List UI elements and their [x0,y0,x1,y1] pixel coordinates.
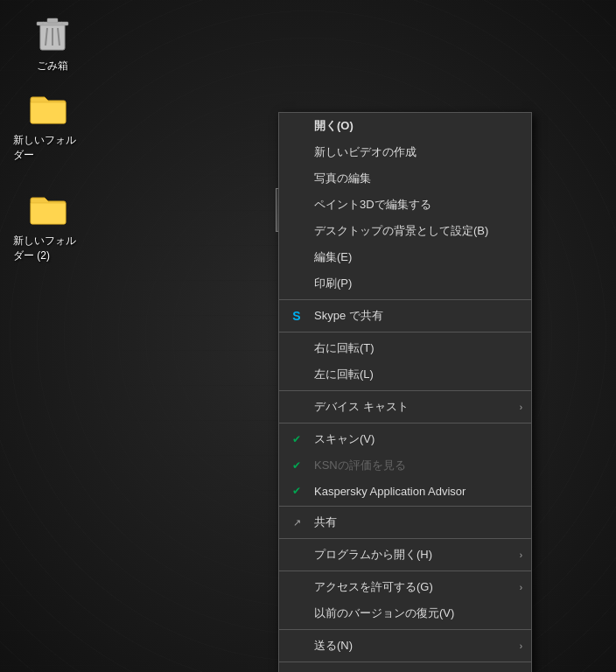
recycle-bin-icon[interactable]: ごみ箱 [18,13,88,74]
menu-separator [279,299,531,300]
menu-item-label-kaspersky_advisor: Kaspersky Application Advisor [314,485,466,498]
menu-item-print[interactable]: 印刷(P) [279,270,531,297]
menu-separator [279,332,531,332]
skype-icon: S [288,309,305,323]
skype-icon: S [292,309,300,323]
kaspersky-check-icon: ✔ [292,485,301,497]
menu-item-label-edit_paint3d: ペイント3Dで編集する [314,197,431,213]
menu-item-edit_paint3d[interactable]: ペイント3Dで編集する [279,192,531,218]
menu-item-label-new_video: 新しいビデオの作成 [314,144,416,160]
menu-item-new_video[interactable]: 新しいビデオの作成 [279,139,531,165]
menu-item-set_desktop_bg[interactable]: デスクトップの背景として設定(B) [279,218,531,244]
menu-item-label-kaspersky_scan: スキャン(V) [314,431,374,447]
menu-item-label-rotate_right: 右に回転(T) [314,340,374,356]
menu-item-label-set_desktop_bg: デスクトップの背景として設定(B) [314,223,488,239]
menu-item-label-kaspersky_ksn: KSNの評価を見る [314,458,406,473]
menu-item-label-print: 印刷(P) [314,276,352,291]
menu-item-label-edit_photo: 写真の編集 [314,171,371,186]
menu-item-rotate_left[interactable]: 左に回転(L) [279,361,531,388]
menu-item-rotate_right[interactable]: 右に回転(T) [279,335,531,361]
new-folder-2-icon[interactable]: 新しいフォルダー (2) [13,188,83,263]
new-folder-1-icon[interactable]: 新しいフォルダー [13,88,83,163]
menu-separator [279,506,531,507]
submenu-arrow-icon: › [520,583,522,592]
menu-item-label-edit: 編集(E) [314,249,352,265]
menu-item-kaspersky_ksn[interactable]: ✔KSNの評価を見る [279,452,531,479]
menu-item-open_with[interactable]: プログラムから開く(H)› [279,542,531,568]
menu-item-label-open_with: プログラムから開く(H) [314,547,432,563]
new-folder-1-label: 新しいフォルダー [13,133,83,163]
menu-item-edit_photo[interactable]: 写真の編集 [279,165,531,192]
menu-separator [279,423,531,424]
menu-separator [279,390,531,391]
menu-item-grant_access[interactable]: アクセスを許可する(G)› [279,574,531,600]
menu-item-label-open: 開く(O) [314,118,354,134]
share-icon: ↗ [288,517,305,528]
kaspersky-icon: ✔ [288,459,305,472]
menu-separator [279,538,531,539]
menu-item-share[interactable]: ↗共有 [279,509,531,536]
menu-item-label-send_to: 送る(N) [314,638,353,654]
menu-item-label-share: 共有 [314,514,337,530]
submenu-arrow-icon: › [520,402,522,412]
menu-separator [279,662,531,662]
svg-rect-2 [47,18,58,23]
kaspersky-icon: ✔ [288,433,305,445]
menu-item-label-grant_access: アクセスを許可する(G) [314,579,433,595]
kaspersky-check-icon: ✔ [292,459,301,472]
menu-item-label-skype_share: Skype で共有 [314,308,383,324]
kaspersky-check-icon: ✔ [292,433,301,445]
submenu-arrow-icon: › [520,550,522,560]
context-menu: 開く(O)新しいビデオの作成写真の編集ペイント3Dで編集するデスクトップの背景と… [278,112,532,672]
menu-item-label-restore_prev: 以前のバージョンの復元(V) [314,606,454,621]
new-folder-2-label: 新しいフォルダー (2) [13,234,83,263]
menu-item-send_to[interactable]: 送る(N)› [279,633,531,659]
menu-item-kaspersky_scan[interactable]: ✔スキャン(V) [279,426,531,452]
menu-item-skype_share[interactable]: SSkype で共有 [279,303,531,329]
menu-item-cut[interactable]: 切り取り(T) [279,665,531,672]
submenu-arrow-icon: › [520,641,522,651]
menu-item-open[interactable]: 開く(O) [279,113,531,139]
menu-item-edit[interactable]: 編集(E) [279,244,531,270]
recycle-bin-label: ごみ箱 [37,59,68,74]
desktop: ごみ箱 新しいフォルダー 新しいフォルダー (2) [0,0,616,672]
menu-item-kaspersky_advisor[interactable]: ✔Kaspersky Application Advisor [279,479,531,503]
menu-item-label-rotate_left: 左に回転(L) [314,367,374,382]
menu-item-cast_device[interactable]: デバイス キャスト› [279,394,531,420]
share-arrow-icon: ↗ [293,517,301,528]
menu-item-restore_prev[interactable]: 以前のバージョンの復元(V) [279,600,531,626]
kaspersky-icon: ✔ [288,485,305,497]
menu-separator [279,570,531,571]
menu-separator [279,629,531,630]
menu-item-label-cast_device: デバイス キャスト [314,399,409,415]
